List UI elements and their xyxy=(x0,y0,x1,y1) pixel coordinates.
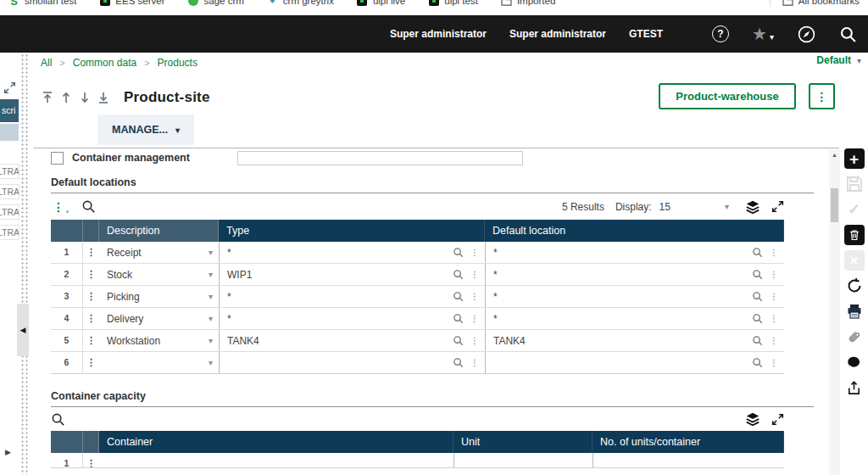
breadcrumb-item-common-data[interactable]: Common data xyxy=(73,57,136,69)
cell-menu-icon[interactable]: ⋮ xyxy=(770,248,778,257)
lookup-icon[interactable] xyxy=(752,357,763,368)
column-header-unit[interactable]: Unit xyxy=(453,431,593,453)
row-grip-icon[interactable]: ⋮ xyxy=(83,308,99,329)
left-panel-list-item[interactable]: LTRA xyxy=(0,184,19,199)
cell-menu-icon[interactable]: ⋮ xyxy=(470,314,479,323)
cell-type[interactable]: WIP1 xyxy=(227,269,252,281)
user-role[interactable]: Super administrator xyxy=(509,28,606,40)
cell-menu-icon[interactable]: ⋮ xyxy=(770,336,778,345)
breadcrumb-item-products[interactable]: Products xyxy=(158,57,198,69)
all-bookmarks-button[interactable]: All bookmarks xyxy=(770,0,860,7)
print-button[interactable] xyxy=(844,301,865,321)
last-record-icon[interactable] xyxy=(97,91,109,104)
cell-type[interactable]: TANK4 xyxy=(227,335,259,347)
left-panel-list-item[interactable]: LTRA xyxy=(0,225,19,240)
panel-splitter-handle[interactable] xyxy=(19,53,29,475)
cell-description[interactable]: Workstation xyxy=(107,335,160,347)
table-fullscreen-button[interactable] xyxy=(771,200,784,213)
chevron-down-icon[interactable]: ▾ xyxy=(209,358,213,367)
endpoint-selector[interactable]: GTEST xyxy=(629,28,663,40)
cancel-button[interactable]: ✕ xyxy=(844,250,865,271)
table-layers-button[interactable] xyxy=(745,199,760,215)
collapse-panel-button[interactable]: ◀ xyxy=(17,304,29,356)
lookup-icon[interactable] xyxy=(752,335,763,346)
row-grip-icon[interactable]: ⋮ xyxy=(83,352,99,373)
favorites-button[interactable]: ★ ▾ xyxy=(752,25,774,42)
cell-description[interactable]: Delivery xyxy=(107,313,143,325)
chevron-down-icon[interactable]: ▾ xyxy=(209,336,213,345)
breadcrumb-item-all[interactable]: All xyxy=(41,57,52,69)
delete-button[interactable] xyxy=(844,225,865,245)
table-menu-button[interactable]: ⋮ xyxy=(53,201,64,213)
cell-menu-icon[interactable]: ⋮ xyxy=(770,270,778,279)
table-row[interactable]: 5 ⋮ Workstation▾ TANK4⋮ TANK4⋮ xyxy=(51,330,784,352)
user-name[interactable]: Super administrator xyxy=(390,28,487,40)
cell-description[interactable]: Stock xyxy=(107,269,132,281)
cell-description[interactable]: Picking xyxy=(107,291,140,303)
bookmark-item[interactable]: uipl test xyxy=(428,0,478,7)
lookup-icon[interactable] xyxy=(752,291,763,302)
left-panel-subtab[interactable] xyxy=(0,124,19,141)
lookup-icon[interactable] xyxy=(453,357,464,368)
comments-button[interactable] xyxy=(844,352,865,372)
lookup-icon[interactable] xyxy=(752,247,763,258)
product-warehouse-button[interactable]: Product-warehouse xyxy=(659,83,796,109)
row-grip-icon[interactable]: ⋮ xyxy=(83,286,99,307)
column-header-default-location[interactable]: Default location xyxy=(485,220,784,242)
column-header-description[interactable]: Description xyxy=(99,220,219,242)
bookmark-item[interactable]: uipl live xyxy=(357,0,405,7)
lookup-icon[interactable] xyxy=(453,269,464,280)
manage-menu-button[interactable]: MANAGE... ▾ xyxy=(97,115,194,145)
left-panel-tab[interactable]: scri xyxy=(0,99,19,122)
bookmark-item[interactable]: sage crm xyxy=(188,0,244,7)
confirm-button[interactable]: ✓ xyxy=(844,199,865,220)
table-row[interactable]: 1 ⋮ xyxy=(51,453,784,468)
expand-bottom-panel-button[interactable]: ▶ xyxy=(5,448,11,456)
cell-menu-icon[interactable]: ⋮ xyxy=(470,270,479,279)
navigation-compass-button[interactable] xyxy=(797,25,816,44)
row-grip-icon[interactable]: ⋮ xyxy=(83,242,99,263)
cell-menu-icon[interactable]: ⋮ xyxy=(770,292,778,301)
column-header-container[interactable]: Container xyxy=(99,431,453,453)
scrollbar-thumb[interactable] xyxy=(831,188,838,222)
chevron-down-icon[interactable]: ▾ xyxy=(209,292,213,301)
chevron-down-icon[interactable]: ▾ xyxy=(209,270,213,279)
row-grip-icon[interactable]: ⋮ xyxy=(83,453,99,468)
bookmark-item[interactable]: ✦crm greytrix xyxy=(267,0,334,7)
chevron-down-icon[interactable]: ▾ xyxy=(725,202,729,211)
left-panel-list-item[interactable]: LTRA xyxy=(0,164,19,179)
table-row[interactable]: 1 ⋮ Receipt▾ *⋮ *⋮ xyxy=(51,242,784,264)
cell-default-location[interactable]: * xyxy=(493,291,498,303)
table-row[interactable]: 6 ⋮ ▾ ⋮ ⋮ xyxy=(51,352,784,374)
global-search-button[interactable] xyxy=(839,25,857,43)
lookup-icon[interactable] xyxy=(752,269,763,280)
new-record-button[interactable]: + xyxy=(844,148,865,169)
vertical-scrollbar[interactable]: ▲ xyxy=(829,149,840,475)
table-search-button[interactable] xyxy=(51,412,65,427)
chevron-down-icon[interactable]: ▾ xyxy=(209,248,213,257)
table-fullscreen-button[interactable] xyxy=(771,413,784,426)
help-button[interactable]: ? xyxy=(712,25,729,42)
cell-menu-icon[interactable]: ⋮ xyxy=(470,292,479,301)
cell-menu-icon[interactable]: ⋮ xyxy=(470,336,479,345)
bookmark-folder-imported[interactable]: Imported xyxy=(501,0,555,7)
container-management-field[interactable] xyxy=(237,151,523,165)
lookup-icon[interactable] xyxy=(453,335,464,346)
expand-panel-icon[interactable] xyxy=(3,81,16,94)
chevron-down-icon[interactable]: ▾ xyxy=(209,314,213,323)
cell-type[interactable]: * xyxy=(227,247,231,259)
lookup-icon[interactable] xyxy=(453,247,464,258)
lookup-icon[interactable] xyxy=(752,313,763,324)
more-actions-button[interactable]: ⋮ xyxy=(809,83,835,109)
cell-default-location[interactable]: * xyxy=(493,247,498,259)
row-grip-icon[interactable]: ⋮ xyxy=(83,330,99,351)
lookup-icon[interactable] xyxy=(453,291,464,302)
bookmark-item[interactable]: EES server xyxy=(99,0,164,7)
first-record-icon[interactable] xyxy=(42,91,53,104)
bookmark-item[interactable]: Ssmollan test xyxy=(8,0,76,7)
cell-type[interactable]: * xyxy=(227,313,231,325)
table-search-button[interactable] xyxy=(81,199,96,214)
cell-default-location[interactable]: TANK4 xyxy=(493,335,526,347)
table-row[interactable]: 3 ⋮ Picking▾ *⋮ *⋮ xyxy=(51,286,784,308)
next-record-icon[interactable] xyxy=(79,91,91,104)
